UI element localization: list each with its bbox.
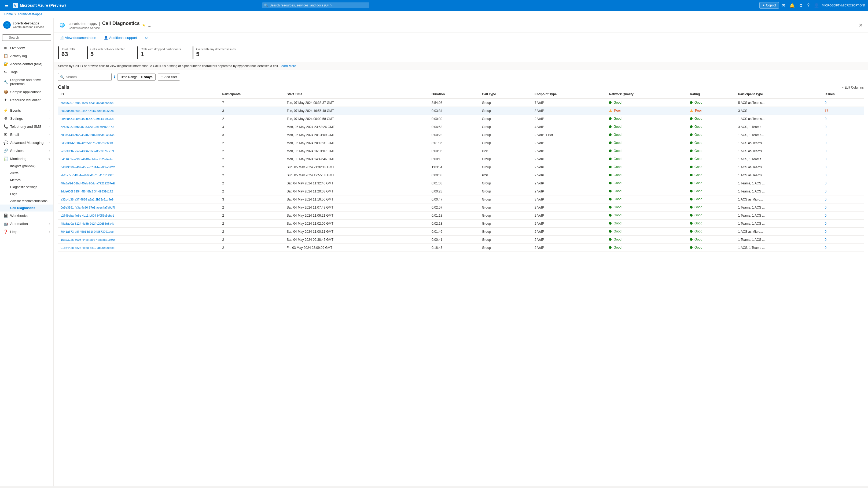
info-bar: Search by Call ID or browse calls to vie…: [54, 62, 868, 70]
quality-badge: Good: [609, 165, 621, 169]
cell-call-type: Group: [479, 179, 532, 188]
hamburger-menu[interactable]: ☰: [3, 1, 10, 10]
call-id-link[interactable]: a32c4b38-a3ff-4886-a8a1-2b63c61b4e9: [61, 198, 114, 201]
quality-badge: Good: [690, 173, 702, 177]
call-id-link[interactable]: 5d873529-a409-45ce-87d4-baa0f9a572C: [61, 166, 115, 169]
feedback-button[interactable]: ☺: [143, 35, 150, 41]
close-button[interactable]: ✕: [858, 21, 864, 29]
sidebar-item-call-diagnostics[interactable]: Call Diagnostics: [0, 204, 53, 211]
issues-count[interactable]: 0: [825, 222, 827, 226]
sidebar-item-metrics[interactable]: Metrics: [0, 177, 53, 183]
sidebar-item-tags[interactable]: 🏷 Tags: [0, 68, 53, 76]
favorite-star-icon[interactable]: ★: [142, 23, 146, 28]
issues-count[interactable]: 0: [825, 117, 827, 121]
sidebar-item-sample-apps[interactable]: 📦 Sample applications: [0, 88, 53, 96]
call-id-link[interactable]: 5063dea8-5099-48e7-a6b7-0d44b055cb: [61, 109, 114, 112]
account-icon[interactable]: 👤: [812, 1, 821, 10]
sidebar-item-resource-visualizer[interactable]: ✦ Resource visualizer: [0, 96, 53, 104]
learn-more-link[interactable]: Learn More: [279, 64, 296, 68]
cell-call-type: Group: [479, 107, 532, 115]
cell-participant-type: 1 ACS as Teams...: [736, 163, 822, 171]
sidebar-item-diagnose[interactable]: 🔧 Diagnose and solve problems: [0, 76, 53, 88]
breadcrumb-resource[interactable]: corertc-test-apps: [18, 12, 42, 16]
settings-icon[interactable]: ⚙: [798, 1, 804, 10]
call-id-link[interactable]: c2749aba-4e8e-4c11-b604-9f056c5ebb1: [61, 214, 114, 217]
issues-count[interactable]: 0: [825, 181, 827, 185]
cloud-shell-icon[interactable]: ⊡: [780, 1, 787, 10]
sidebar-item-logs[interactable]: Logs: [0, 191, 53, 198]
issues-count[interactable]: 0: [825, 149, 827, 153]
issues-count[interactable]: 0: [825, 101, 827, 105]
sidebar-item-monitoring[interactable]: 📊 Monitoring ∨: [0, 154, 53, 163]
issues-count[interactable]: 0: [825, 125, 827, 129]
call-id-link[interactable]: 15a93225-5008-44cc-a8fc-4aca58e1e30r: [61, 238, 115, 241]
call-id-link[interactable]: 48a5af9d-01bd-45eb-93dc-a77219267eE: [61, 182, 115, 185]
sidebar-item-advanced-messaging[interactable]: 💬 Advanced Messaging ›: [0, 139, 53, 147]
issues-count[interactable]: 0: [825, 214, 827, 218]
sidebar-item-overview[interactable]: ⊞ Overview: [0, 44, 53, 52]
cell-issues: 0: [822, 203, 864, 211]
sidebar-item-email[interactable]: ✉ Email ›: [0, 131, 53, 139]
call-id-link[interactable]: 2eb3fdc8-5eaa-4806-b9c7-05c8e7b6c89: [61, 149, 114, 153]
sidebar-item-help[interactable]: ❓ Help ›: [0, 228, 53, 236]
notifications-icon[interactable]: 🔔: [788, 1, 796, 10]
copilot-button[interactable]: ✦ Copilot: [760, 2, 779, 8]
cell-id: 01ee442b-ae2e-4ee0-bd10-ab008f3eeek: [58, 244, 220, 252]
call-id-link[interactable]: ebffbc8c-34f4-4ae8-8dd8-01d41511997f: [61, 174, 114, 177]
issues-count[interactable]: 0: [825, 133, 827, 137]
issues-count[interactable]: 0: [825, 238, 827, 241]
sidebar-item-events[interactable]: ⚡ Events ›: [0, 106, 53, 114]
issues-count[interactable]: 0: [825, 198, 827, 201]
issues-count[interactable]: 0: [825, 141, 827, 145]
issues-count[interactable]: 0: [825, 157, 827, 161]
sidebar-item-access-control[interactable]: 🔐 Access control (IAM): [0, 60, 53, 68]
help-icon[interactable]: ?: [806, 1, 811, 9]
table-row: 48a8ad0a-8124-4d8b-9d2f-c20d56e8a4t 2 Sa…: [58, 220, 864, 228]
feedback-icon: ☺: [145, 36, 148, 40]
more-options-icon[interactable]: ...: [148, 23, 151, 28]
call-id-link[interactable]: c0635440-afad-4570-8284-68ada0a614b: [61, 134, 115, 137]
sidebar-item-services[interactable]: 🔗 Services ›: [0, 147, 53, 154]
issues-count[interactable]: 0: [825, 246, 827, 250]
global-search-input[interactable]: [262, 2, 369, 8]
sidebar-item-insights[interactable]: Insights (preview): [0, 163, 53, 170]
sidebar-item-automation[interactable]: 🤖 Automation ›: [0, 220, 53, 228]
issues-count[interactable]: 0: [825, 190, 827, 193]
call-id-link[interactable]: 9d503f1d-d004-42b2-8b71-e0ac9fe660f: [61, 141, 113, 145]
time-range-button[interactable]: Time Range < 7days: [117, 74, 156, 81]
sidebar-item-telephony[interactable]: 📞 Telephony and SMS ›: [0, 122, 53, 131]
call-id-link[interactable]: 0e5e3991-fa3a-4c80-87e1-acec4a7a9d7!: [61, 206, 115, 209]
quality-badge: Good: [690, 157, 702, 161]
issues-count[interactable]: 17: [825, 109, 828, 113]
call-id-link[interactable]: b5e96007-5f05-45d0-ac36-a63aee6ac02: [61, 101, 114, 105]
sidebar-search-input[interactable]: [2, 34, 51, 41]
add-filter-button[interactable]: ⊞ Add filter: [158, 74, 180, 81]
breadcrumb-home[interactable]: Home: [4, 12, 13, 16]
call-id-link[interactable]: 01ee442b-ae2e-4ee0-bd10-ab008f3eeek: [61, 246, 115, 249]
call-id-link[interactable]: b4116d9e-2995-4640-a1d9-c9529d4ebc: [61, 157, 114, 161]
issues-count[interactable]: 0: [825, 230, 827, 233]
issues-count[interactable]: 0: [825, 173, 827, 177]
issues-count[interactable]: 0: [825, 165, 827, 169]
sidebar-item-alerts[interactable]: Alerts: [0, 170, 53, 177]
sidebar-item-activity-log[interactable]: 📋 Activity log: [0, 52, 53, 60]
call-id-link[interactable]: 7041a673-dfff-45b1-b61f-048873091dec: [61, 230, 114, 233]
tags-icon: 🏷: [3, 70, 8, 74]
view-documentation-button[interactable]: 📄 View documentation: [58, 35, 98, 41]
cell-id: 9d503f1d-d004-42b2-8b71-e0ac9fe660f: [58, 139, 220, 147]
cell-duration: 0:00:08: [429, 171, 479, 179]
sidebar-item-diagnostic-settings[interactable]: Diagnostic settings: [0, 183, 53, 191]
edit-columns-button[interactable]: ≡ Edit Columns: [842, 86, 864, 89]
issues-count[interactable]: 0: [825, 206, 827, 209]
info-icon[interactable]: ℹ: [114, 75, 115, 79]
call-search-input[interactable]: [58, 73, 112, 81]
sidebar-item-workbooks[interactable]: 📓 Workbooks: [0, 211, 53, 220]
call-id-link[interactable]: e24363c7-fbbf-4693-aac6-3d6f9c0291a8: [61, 125, 114, 128]
call-id-link[interactable]: 9dde606f-6254-4f6f-8fa3-34f49531d172: [61, 190, 113, 193]
cell-call-type: P2P: [479, 147, 532, 155]
call-id-link[interactable]: 48a8ad0a-8124-4d8b-9d2f-c20d56e8a4t: [61, 222, 114, 225]
sidebar-item-advisor[interactable]: Advisor recommendations: [0, 198, 53, 204]
sidebar-item-settings[interactable]: ⚙ Settings ›: [0, 114, 53, 122]
call-id-link[interactable]: 98d28bc3-9bbf-4b60-be72-bf14488a764: [61, 117, 114, 120]
additional-support-button[interactable]: 👤 Additional support: [102, 35, 139, 41]
